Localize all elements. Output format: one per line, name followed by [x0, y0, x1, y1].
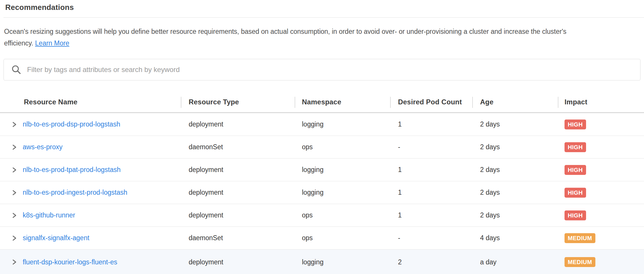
impact-badge: HIGH [565, 210, 586, 220]
table-body: nlb-to-es-prod-dsp-prod-logstash deploym… [0, 113, 644, 274]
table-row[interactable]: signalfx-signalfx-agent daemonSet ops - … [0, 227, 644, 250]
resource-name-link[interactable]: nlb-to-es-prod-ingest-prod-logstash [23, 189, 127, 196]
desired-pod-count-cell: - [398, 234, 480, 242]
resource-name-link[interactable]: fluent-dsp-kourier-logs-fluent-es [23, 258, 117, 266]
age-cell: 2 days [480, 211, 565, 219]
page-title: Recommendations [5, 3, 74, 12]
resource-name-link[interactable]: nlb-to-es-prod-dsp-prod-logstash [23, 120, 120, 128]
search-input[interactable] [27, 59, 640, 80]
impact-badge: HIGH [565, 165, 586, 175]
row-expand-cell[interactable] [4, 166, 23, 173]
chevron-right-icon[interactable] [11, 166, 17, 173]
resource-name-link[interactable]: aws-es-proxy [23, 143, 63, 151]
age-cell: 2 days [480, 143, 565, 151]
namespace-cell: logging [302, 120, 398, 128]
resource-type-cell: deployment [189, 166, 302, 174]
age-cell: 2 days [480, 189, 565, 196]
age-cell: 2 days [480, 166, 565, 174]
resource-name-link[interactable]: signalfx-signalfx-agent [23, 234, 89, 242]
resource-type-cell: daemonSet [189, 143, 302, 151]
table-row[interactable]: nlb-to-es-prod-tpat-prod-logstash deploy… [0, 159, 644, 181]
namespace-cell: ops [302, 143, 398, 151]
header-separator [558, 97, 558, 108]
recommendations-page: Recommendations Ocean's resizing suggest… [0, 0, 644, 274]
chevron-right-icon[interactable] [11, 259, 17, 266]
chevron-right-icon[interactable] [11, 212, 17, 219]
desired-pod-count-cell: 1 [398, 120, 480, 128]
namespace-cell: ops [302, 234, 398, 242]
resource-type-cell: daemonSet [189, 234, 302, 242]
table-row[interactable]: k8s-github-runner deployment ops 1 2 day… [0, 204, 644, 227]
row-expand-cell[interactable] [4, 235, 23, 242]
description-line-2: efficiency. [4, 39, 33, 47]
header-age: Age [480, 98, 565, 106]
resource-type-cell: deployment [189, 258, 302, 266]
description-line-1: Ocean's resizing suggestions will help y… [4, 26, 639, 37]
impact-badge: MEDIUM [565, 257, 595, 267]
learn-more-link[interactable]: Learn More [35, 39, 70, 47]
row-expand-cell[interactable] [4, 189, 23, 196]
row-expand-cell[interactable] [4, 259, 23, 266]
resource-name-link[interactable]: nlb-to-es-prod-tpat-prod-logstash [23, 166, 121, 173]
namespace-cell: ops [302, 211, 398, 219]
header-resource-type: Resource Type [189, 98, 302, 106]
age-cell: 4 days [480, 234, 565, 242]
row-expand-cell[interactable] [4, 212, 23, 219]
namespace-cell: logging [302, 258, 398, 266]
header-separator [295, 97, 295, 108]
resource-type-cell: deployment [189, 120, 302, 128]
header-separator [390, 97, 391, 108]
age-cell: 2 days [480, 120, 565, 128]
table-row[interactable]: aws-es-proxy daemonSet ops - 2 days HIGH [0, 136, 644, 159]
desired-pod-count-cell: - [398, 143, 480, 151]
impact-badge: HIGH [565, 120, 586, 129]
table-header: Resource Name Resource Type Namespace De… [0, 92, 644, 113]
recommendations-table: Resource Name Resource Type Namespace De… [0, 92, 644, 274]
impact-badge: MEDIUM [565, 233, 595, 243]
search-bar[interactable] [3, 59, 641, 80]
header-separator [472, 97, 473, 108]
resource-type-cell: deployment [189, 211, 302, 219]
chevron-right-icon[interactable] [11, 189, 17, 196]
header-resource-name: Resource Name [4, 98, 189, 106]
table-row[interactable]: fluent-dsp-kourier-logs-fluent-es deploy… [0, 250, 644, 274]
age-cell: a day [480, 258, 565, 266]
header-namespace: Namespace [302, 98, 398, 106]
desired-pod-count-cell: 2 [398, 258, 480, 266]
desired-pod-count-cell: 1 [398, 189, 480, 196]
chevron-right-icon[interactable] [11, 121, 17, 128]
chevron-right-icon[interactable] [11, 144, 17, 151]
desired-pod-count-cell: 1 [398, 166, 480, 174]
namespace-cell: logging [302, 189, 398, 196]
desired-pod-count-cell: 1 [398, 211, 480, 219]
impact-badge: HIGH [565, 142, 586, 152]
header-separator [181, 97, 181, 108]
row-expand-cell[interactable] [4, 121, 23, 128]
header-impact: Impact [565, 98, 644, 106]
header-desired-pod-count: Desired Pod Count [398, 98, 480, 106]
resource-type-cell: deployment [189, 189, 302, 196]
namespace-cell: logging [302, 166, 398, 174]
impact-badge: HIGH [565, 188, 586, 198]
page-description: Ocean's resizing suggestions will help y… [4, 26, 639, 49]
title-divider [3, 17, 644, 18]
table-row[interactable]: nlb-to-es-prod-ingest-prod-logstash depl… [0, 181, 644, 204]
search-icon [11, 65, 21, 75]
chevron-right-icon[interactable] [11, 235, 17, 242]
row-expand-cell[interactable] [4, 144, 23, 151]
table-row[interactable]: nlb-to-es-prod-dsp-prod-logstash deploym… [0, 113, 644, 136]
resource-name-link[interactable]: k8s-github-runner [23, 211, 75, 219]
